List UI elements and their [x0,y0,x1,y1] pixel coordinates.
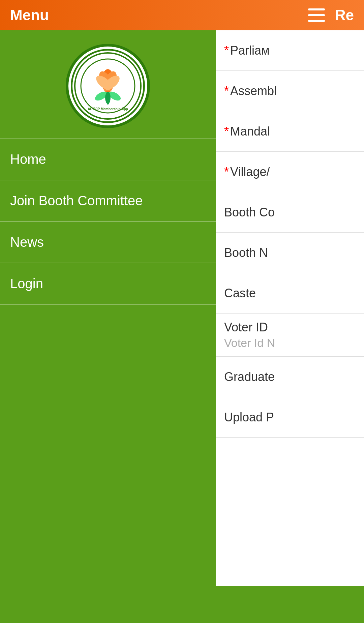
hamburger-icon[interactable] [308,8,325,22]
hamburger-line-1 [308,8,325,10]
field-caste-label: Caste [224,286,256,300]
field-booth-number-label: Booth N [224,246,268,260]
re-label: Re [335,7,354,24]
sidebar: AP BJP Membership App Home Join Booth Co… [0,30,216,623]
voter-id-column: Voter ID Voter Id N [224,320,275,350]
field-upload-photo-label: Upload P [224,410,274,424]
field-assembly: Assembl [216,71,364,111]
sidebar-item-news[interactable]: News [0,222,216,263]
field-caste: Caste [216,273,364,314]
field-parliament: Parliам [216,30,364,71]
field-booth-committee: Booth Co [216,192,364,233]
field-booth-number: Booth N [216,233,364,273]
field-graduate-label: Graduate [224,370,275,384]
menu-title: Menu [10,7,49,24]
field-voter-id-label: Voter ID [224,320,275,334]
field-booth-committee-label: Booth Co [224,205,275,219]
main-container: AP BJP Membership App Home Join Booth Co… [0,30,364,623]
app-header: Menu Re [0,0,364,30]
field-assembly-label: Assembl [224,84,277,98]
voter-id-placeholder[interactable]: Voter Id N [224,336,275,350]
nav-items: Home Join Booth Committee News Login [0,139,216,623]
submit-button[interactable] [216,586,364,623]
form-panel: Parliам Assembl Mandal Village/ Booth Co… [216,30,364,623]
hamburger-line-2 [308,14,325,16]
field-upload-photo: Upload P [216,397,364,438]
logo-inner: AP BJP Membership App [71,49,145,123]
field-village-label: Village/ [224,165,270,179]
field-voter-id: Voter ID Voter Id N [216,314,364,357]
logo-section: AP BJP Membership App [0,30,216,139]
svg-rect-10 [107,98,109,105]
app-logo: AP BJP Membership App [66,44,150,128]
field-parliament-label: Parliам [224,43,270,58]
hamburger-line-3 [308,20,325,22]
sidebar-item-join-booth-committee[interactable]: Join Booth Committee [0,180,216,222]
bjp-logo-svg: AP BJP Membership App [74,52,142,120]
sidebar-item-login[interactable]: Login [0,263,216,305]
field-village: Village/ [216,152,364,192]
sidebar-item-join-booth-committee-label: Join Booth Committee [10,193,143,208]
header-right: Re [308,7,354,24]
sidebar-item-news-label: News [10,235,44,249]
sidebar-item-login-label: Login [10,276,43,291]
field-mandal-label: Mandal [224,124,270,139]
field-mandal: Mandal [216,111,364,152]
sidebar-item-home-label: Home [10,152,46,167]
svg-text:AP BJP Membership App: AP BJP Membership App [88,107,128,111]
field-graduate: Graduate [216,357,364,397]
sidebar-item-home[interactable]: Home [0,139,216,180]
